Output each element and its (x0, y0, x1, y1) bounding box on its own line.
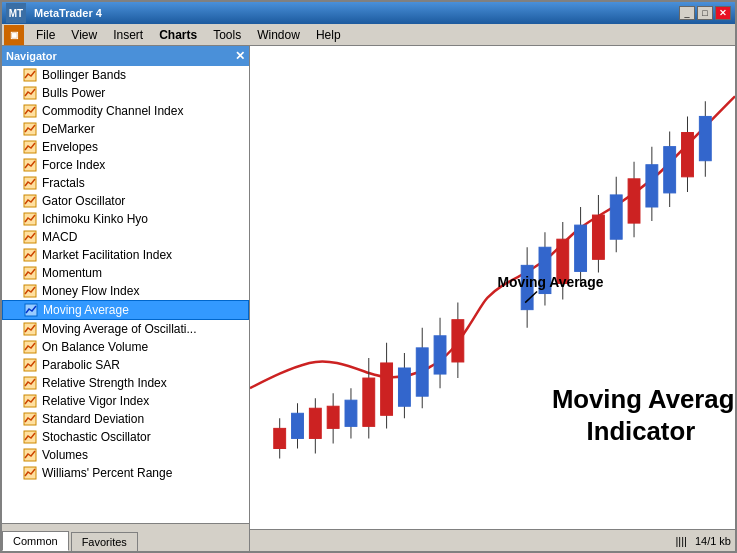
navigator-close[interactable]: ✕ (235, 49, 245, 63)
indicator-icon (22, 230, 38, 244)
indicator-icon (23, 303, 39, 317)
nav-item[interactable]: DeMarker (2, 120, 249, 138)
navigator-header: Navigator ✕ (2, 46, 249, 66)
menu-charts[interactable]: Charts (151, 26, 205, 44)
nav-item[interactable]: Moving Average (2, 300, 249, 320)
nav-item[interactable]: Parabolic SAR (2, 356, 249, 374)
svg-text:Moving Average: Moving Average (497, 274, 603, 290)
nav-item[interactable]: Stochastic Oscillator (2, 428, 249, 446)
nav-item[interactable]: Bulls Power (2, 84, 249, 102)
menu-insert[interactable]: Insert (105, 26, 151, 44)
nav-tabs: Common Favorites (2, 523, 249, 551)
nav-item-label: Relative Strength Index (42, 376, 167, 390)
nav-item[interactable]: Ichimoku Kinko Hyo (2, 210, 249, 228)
menu-file[interactable]: File (28, 26, 63, 44)
nav-item-label: Relative Vigor Index (42, 394, 149, 408)
svg-rect-65 (682, 133, 694, 177)
indicator-icon (22, 430, 38, 444)
minimize-button[interactable]: _ (679, 6, 695, 20)
indicator-icon (22, 158, 38, 172)
indicator-icon (22, 212, 38, 226)
indicator-icon (22, 322, 38, 336)
nav-item-label: Force Index (42, 158, 105, 172)
indicator-icon (22, 358, 38, 372)
nav-item-label: Envelopes (42, 140, 98, 154)
menu-tools[interactable]: Tools (205, 26, 249, 44)
svg-rect-29 (309, 408, 321, 438)
nav-item-label: Volumes (42, 448, 88, 462)
indicator-icon (22, 448, 38, 462)
nav-item-label: Fractals (42, 176, 85, 190)
main-content: Navigator ✕ Bollinger Bands Bulls Power … (2, 46, 735, 551)
nav-item[interactable]: Williams' Percent Range (2, 464, 249, 482)
nav-item-label: Stochastic Oscillator (42, 430, 151, 444)
indicator-icon (22, 86, 38, 100)
indicator-icon (22, 266, 38, 280)
nav-item-label: Market Facilitation Index (42, 248, 172, 262)
title-bar-controls: _ □ ✕ (679, 6, 731, 20)
svg-rect-61 (646, 165, 658, 207)
nav-item[interactable]: Fractals (2, 174, 249, 192)
svg-rect-41 (416, 348, 428, 396)
chart-svg: Moving Average Moving Average Indicator (250, 46, 735, 529)
indicator-icon (22, 340, 38, 354)
nav-list[interactable]: Bollinger Bands Bulls Power Commodity Ch… (2, 66, 249, 523)
close-button[interactable]: ✕ (715, 6, 731, 20)
maximize-button[interactable]: □ (697, 6, 713, 20)
indicator-icon (22, 394, 38, 408)
nav-item[interactable]: Bollinger Bands (2, 66, 249, 84)
svg-rect-67 (699, 116, 711, 160)
nav-item[interactable]: Money Flow Index (2, 282, 249, 300)
nav-item[interactable]: Market Facilitation Index (2, 246, 249, 264)
nav-item-label: Moving Average (43, 303, 129, 317)
nav-item[interactable]: Relative Vigor Index (2, 392, 249, 410)
nav-item[interactable]: Envelopes (2, 138, 249, 156)
svg-text:Moving Average: Moving Average (552, 385, 735, 413)
tab-favorites[interactable]: Favorites (71, 532, 138, 551)
nav-item-label: Momentum (42, 266, 102, 280)
nav-item-label: Commodity Channel Index (42, 104, 183, 118)
indicator-icon (22, 140, 38, 154)
svg-rect-25 (274, 428, 286, 448)
indicator-icon (22, 284, 38, 298)
svg-rect-27 (292, 413, 304, 438)
nav-item-label: Ichimoku Kinko Hyo (42, 212, 148, 226)
nav-item[interactable]: Force Index (2, 156, 249, 174)
svg-rect-35 (363, 378, 375, 426)
nav-item-label: MACD (42, 230, 77, 244)
nav-item[interactable]: Standard Deviation (2, 410, 249, 428)
nav-item-label: DeMarker (42, 122, 95, 136)
nav-item-label: On Balance Volume (42, 340, 148, 354)
svg-rect-53 (575, 225, 587, 271)
size-info: 14/1 kb (695, 535, 731, 547)
chart-area: Moving Average Moving Average Indicator … (250, 46, 735, 551)
nav-item[interactable]: Relative Strength Index (2, 374, 249, 392)
nav-item-label: Williams' Percent Range (42, 466, 172, 480)
nav-item[interactable]: Volumes (2, 446, 249, 464)
nav-item-label: Parabolic SAR (42, 358, 120, 372)
nav-item[interactable]: Momentum (2, 264, 249, 282)
indicator-icon (22, 104, 38, 118)
svg-rect-43 (434, 336, 446, 374)
chart-canvas: Moving Average Moving Average Indicator (250, 46, 735, 529)
nav-item[interactable]: Moving Average of Oscillati... (2, 320, 249, 338)
title-bar-left: MT MetaTrader 4 (6, 3, 102, 23)
svg-rect-55 (592, 215, 604, 259)
nav-item[interactable]: Commodity Channel Index (2, 102, 249, 120)
tab-common[interactable]: Common (2, 531, 69, 551)
navigator-panel: Navigator ✕ Bollinger Bands Bulls Power … (2, 46, 250, 551)
nav-item[interactable]: On Balance Volume (2, 338, 249, 356)
window-title: MetaTrader 4 (34, 7, 102, 19)
menu-help[interactable]: Help (308, 26, 349, 44)
indicator-icon (22, 176, 38, 190)
svg-rect-63 (664, 147, 676, 193)
nav-item[interactable]: MACD (2, 228, 249, 246)
svg-rect-39 (398, 368, 410, 406)
app-icon: MT (6, 3, 26, 23)
bars-icon: |||| (675, 535, 686, 547)
menu-view[interactable]: View (63, 26, 105, 44)
menu-window[interactable]: Window (249, 26, 308, 44)
nav-item-label: Standard Deviation (42, 412, 144, 426)
nav-item[interactable]: Gator Oscillator (2, 192, 249, 210)
svg-rect-31 (327, 406, 339, 428)
